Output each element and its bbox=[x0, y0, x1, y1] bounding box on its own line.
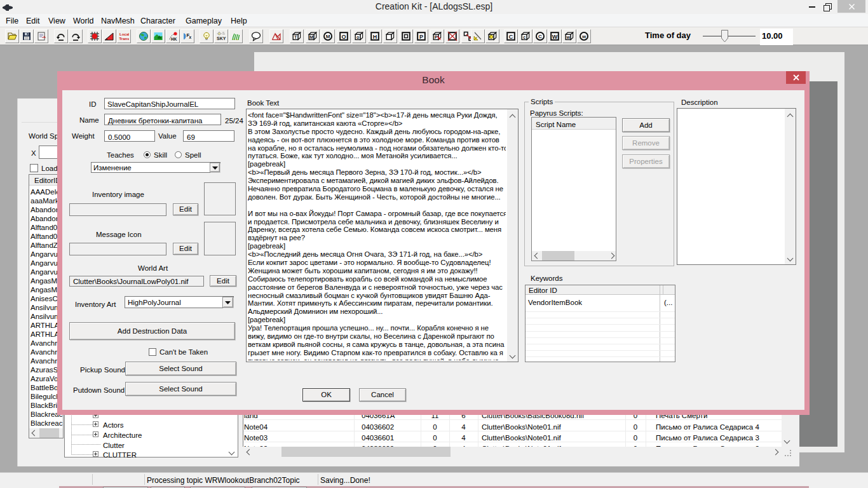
svg-text:W: W bbox=[552, 34, 558, 40]
svg-text:T: T bbox=[294, 35, 297, 39]
svg-text:C: C bbox=[538, 34, 542, 39]
svg-text:o: o bbox=[356, 35, 359, 39]
svg-text:SKY: SKY bbox=[217, 36, 226, 41]
svg-text:Trans: Trans bbox=[119, 37, 130, 41]
svg-text:M: M bbox=[309, 35, 313, 39]
svg-text:HK: HK bbox=[171, 37, 177, 41]
svg-text:w: w bbox=[566, 35, 570, 39]
svg-text:H: H bbox=[373, 34, 377, 40]
svg-text:c: c bbox=[523, 35, 526, 39]
svg-text:x: x bbox=[189, 35, 192, 39]
svg-text:w: w bbox=[581, 34, 587, 39]
svg-text:P: P bbox=[419, 34, 423, 40]
svg-text:P: P bbox=[435, 35, 438, 39]
svg-text:O: O bbox=[341, 34, 346, 40]
svg-text:C: C bbox=[509, 34, 513, 40]
svg-text:Local: Local bbox=[119, 32, 129, 36]
svg-text:M: M bbox=[326, 34, 330, 39]
